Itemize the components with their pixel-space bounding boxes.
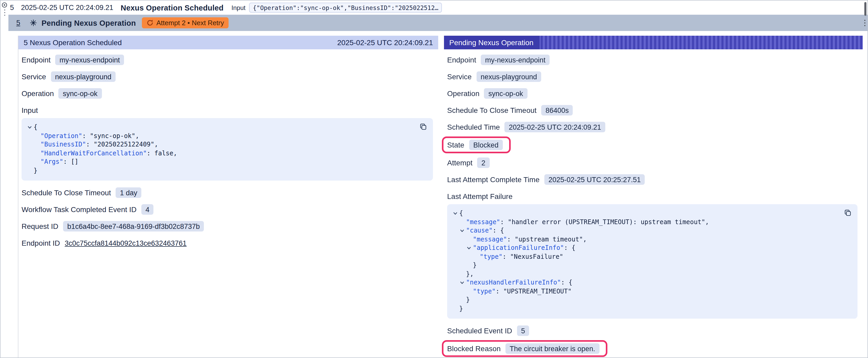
code-line: "message": "upstream timeout", bbox=[451, 235, 836, 243]
chevron-down-icon[interactable] bbox=[465, 246, 473, 250]
timeline-rail bbox=[1, 1, 8, 357]
scrollbar-thumb[interactable] bbox=[864, 2, 866, 16]
field-endpoint: Endpointmy-nexus-endpoint bbox=[447, 54, 859, 66]
code-text: "nexusHandlerFailureInfo": { bbox=[466, 278, 572, 287]
field-label: Scheduled Time bbox=[447, 123, 500, 131]
timeline-dotted-line bbox=[4, 9, 5, 16]
field-operation: Operationsync-op-ok bbox=[22, 88, 434, 99]
field-value: my-nexus-endpoint bbox=[481, 55, 550, 65]
field-value: 4 bbox=[141, 204, 154, 215]
field-label: Endpoint bbox=[447, 56, 476, 64]
section-label-input: Input bbox=[22, 104, 434, 116]
field-value: nexus-playground bbox=[476, 71, 541, 82]
field-label: Service bbox=[22, 72, 46, 81]
code-line: "type": "NexusFailure" bbox=[451, 252, 836, 261]
code-line: { bbox=[26, 123, 412, 131]
chevron-down-icon[interactable] bbox=[26, 125, 34, 130]
field-value: 2 bbox=[477, 158, 490, 168]
event-timestamp: 2025-02-25 UTC 20:24:09.21 bbox=[21, 4, 113, 11]
code-line: }, bbox=[451, 269, 836, 278]
field-value: 1 day bbox=[116, 187, 141, 198]
code-line: "HandlerWaitForCancellation": false, bbox=[26, 149, 412, 158]
code-line: } bbox=[451, 304, 836, 313]
input-preview-chip: {"Operation":"sync-op-ok","BusinessID":"… bbox=[249, 3, 442, 12]
highlight-annotation: Blocked ReasonThe circuit breaker is ope… bbox=[442, 340, 608, 357]
panel-body-pending: Endpointmy-nexus-endpointServicenexus-pl… bbox=[444, 50, 863, 357]
code-text: } bbox=[466, 296, 470, 304]
code-line: } bbox=[451, 296, 836, 304]
code-text: } bbox=[34, 166, 37, 175]
field-attempt: Attempt2 bbox=[447, 157, 859, 168]
field-schedule-to-close-timeout: Schedule To Close Timeout1 day bbox=[22, 187, 434, 198]
field-label: Schedule To Close Timeout bbox=[22, 189, 111, 197]
code-viewer-last-attempt-failure: {"message": "handler error (UPSTREAM_TIM… bbox=[447, 204, 858, 319]
chevron-down-icon[interactable] bbox=[458, 280, 466, 285]
field-label: Workflow Task Completed Event ID bbox=[22, 205, 136, 214]
field-label: Endpoint ID bbox=[22, 239, 60, 247]
code-text: { bbox=[459, 209, 463, 218]
attempt-badge-label: Attempt 2 • Next Retry bbox=[156, 19, 224, 27]
code-text: "message": "upstream timeout", bbox=[473, 235, 587, 243]
retry-icon bbox=[146, 20, 153, 26]
field-value: 2025-02-25 UTC 20:25:27.51 bbox=[544, 174, 645, 185]
event-history-main: 5 2025-02-25 UTC 20:24:09.21 Nexus Opera… bbox=[8, 1, 867, 357]
panel-body-scheduled: Endpointmy-nexus-endpointServicenexus-pl… bbox=[19, 50, 438, 357]
copy-icon[interactable] bbox=[843, 208, 853, 218]
field-endpoint: Endpointmy-nexus-endpoint bbox=[22, 54, 434, 66]
field-value: 86400s bbox=[541, 105, 573, 116]
chevron-down-icon[interactable] bbox=[458, 228, 466, 233]
code-viewer-input: {"Operation": "sync-op-ok","BusinessID":… bbox=[22, 118, 433, 181]
code-line: } bbox=[26, 166, 412, 175]
field-label: Attempt bbox=[447, 159, 473, 167]
code-text: { bbox=[34, 123, 37, 131]
field-value: sync-op-ok bbox=[59, 88, 102, 99]
code-text: "Operation": "sync-op-ok", bbox=[40, 131, 139, 140]
field-value: sync-op-ok bbox=[484, 88, 527, 99]
event-row-nexus-operation-scheduled[interactable]: 5 2025-02-25 UTC 20:24:09.21 Nexus Opera… bbox=[8, 1, 867, 15]
field-label: Service bbox=[447, 72, 471, 81]
temporal-event-history-window: 5 2025-02-25 UTC 20:24:09.21 Nexus Opera… bbox=[0, 0, 868, 358]
field-request-id: Request IDb1c6a4bc-8ee7-468a-9169-df3b02… bbox=[22, 221, 434, 232]
field-label: Request ID bbox=[22, 222, 58, 230]
field-value: 2025-02-25 UTC 20:24:09.21 bbox=[505, 122, 605, 132]
event-id-link[interactable]: 5 bbox=[16, 19, 23, 27]
field-schedule-to-close-timeout: Schedule To Close Timeout86400s bbox=[447, 104, 859, 116]
copy-icon[interactable] bbox=[418, 122, 428, 132]
panel-pending-nexus-operation: Pending Nexus Operation Endpointmy-nexus… bbox=[444, 36, 863, 357]
field-scheduled-event-id: Scheduled Event ID5 bbox=[447, 325, 859, 336]
field-label: Blocked Reason bbox=[447, 344, 501, 353]
field-value: my-nexus-endpoint bbox=[56, 55, 124, 65]
panel-header-scheduled: 5 Nexus Operation Scheduled 2025-02-25 U… bbox=[19, 36, 438, 50]
field-value: b1c6a4bc-8ee7-468a-9169-df3b02c8737b bbox=[63, 221, 204, 231]
field-label: Endpoint bbox=[22, 56, 51, 64]
code-text: }, bbox=[466, 269, 474, 278]
field-endpoint-id: Endpoint ID3c0c75ccfa8144b092c13ce632463… bbox=[22, 237, 434, 249]
panel-header-pending: Pending Nexus Operation bbox=[444, 36, 863, 50]
code-line: } bbox=[451, 261, 836, 269]
field-operation: Operationsync-op-ok bbox=[447, 88, 859, 99]
attempt-retry-badge: Attempt 2 • Next Retry bbox=[142, 17, 229, 28]
code-text: "Args": [] bbox=[40, 158, 79, 166]
field-value: Blocked bbox=[469, 140, 502, 150]
code-line: "Args": [] bbox=[26, 158, 412, 166]
field-state: StateBlocked bbox=[447, 139, 502, 151]
code-text: "message": "handler error (UPSTREAM_TIME… bbox=[466, 218, 709, 226]
field-label: Operation bbox=[22, 89, 54, 98]
field-workflow-task-completed-event-id: Workflow Task Completed Event ID4 bbox=[22, 204, 434, 215]
field-value: The circuit breaker is open. bbox=[505, 343, 599, 354]
pending-asterisk-icon bbox=[30, 20, 37, 26]
code-text: } bbox=[459, 304, 463, 313]
panel-title: Pending Nexus Operation bbox=[444, 36, 540, 50]
code-text: } bbox=[473, 261, 476, 269]
event-title: Pending Nexus Operation bbox=[41, 19, 136, 27]
field-value[interactable]: 3c0c75ccfa8144b092c13ce632463761 bbox=[65, 239, 187, 247]
field-value: 5 bbox=[517, 325, 529, 336]
chevron-down-icon[interactable] bbox=[451, 211, 459, 216]
event-detail-panels: 5 Nexus Operation Scheduled 2025-02-25 U… bbox=[8, 31, 867, 357]
event-title: Nexus Operation Scheduled bbox=[121, 3, 223, 12]
event-row-pending-nexus-operation[interactable]: 5 Pending Nexus Operation Attempt 2 • Ne… bbox=[8, 15, 867, 31]
field-service: Servicenexus-playground bbox=[22, 71, 434, 83]
panel-title: 5 Nexus Operation Scheduled bbox=[24, 38, 122, 47]
overflow-dots-icon bbox=[864, 20, 865, 26]
code-text: "BusinessID": "20250225122409", bbox=[40, 140, 158, 149]
